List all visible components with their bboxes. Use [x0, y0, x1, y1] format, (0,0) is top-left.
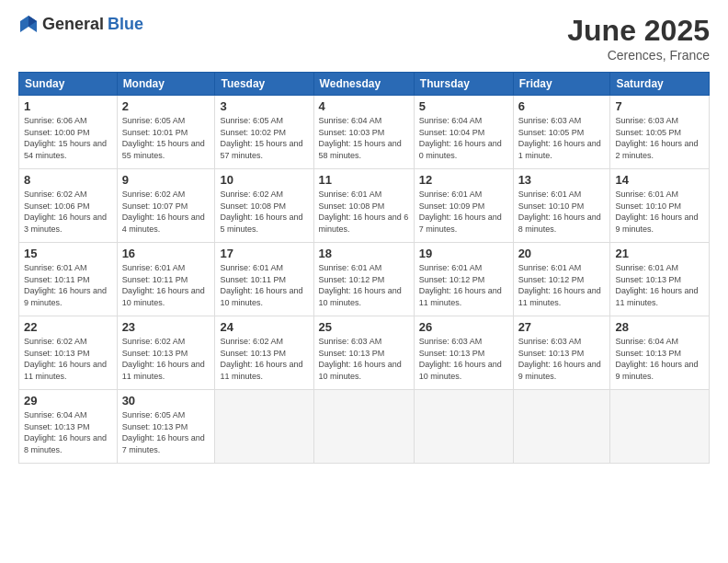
- day-info: Sunrise: 6:03 AMSunset: 10:13 PMDaylight…: [518, 337, 601, 381]
- calendar-cell: 2Sunrise: 6:05 AMSunset: 10:01 PMDayligh…: [117, 96, 215, 169]
- day-info: Sunrise: 6:02 AMSunset: 10:07 PMDaylight…: [122, 190, 205, 234]
- day-number: 10: [220, 173, 308, 187]
- header-friday: Friday: [513, 73, 610, 96]
- calendar-cell: [215, 390, 313, 464]
- header-tuesday: Tuesday: [215, 73, 313, 96]
- calendar-cell: 13Sunrise: 6:01 AMSunset: 10:10 PMDaylig…: [513, 169, 610, 243]
- day-number: 26: [419, 320, 508, 334]
- day-number: 9: [122, 173, 210, 187]
- calendar-cell: 18Sunrise: 6:01 AMSunset: 10:12 PMDaylig…: [313, 243, 414, 316]
- day-number: 22: [24, 320, 112, 334]
- day-info: Sunrise: 6:01 AMSunset: 10:11 PMDaylight…: [220, 263, 302, 307]
- calendar-cell: 9Sunrise: 6:02 AMSunset: 10:07 PMDayligh…: [117, 169, 215, 243]
- day-info: Sunrise: 6:06 AMSunset: 10:00 PMDaylight…: [24, 116, 107, 160]
- calendar-cell: 11Sunrise: 6:01 AMSunset: 10:08 PMDaylig…: [313, 169, 414, 243]
- logo: GeneralBlue: [18, 14, 143, 34]
- day-number: 20: [518, 247, 606, 260]
- calendar-cell: 8Sunrise: 6:02 AMSunset: 10:06 PMDayligh…: [19, 169, 118, 243]
- day-info: Sunrise: 6:05 AMSunset: 10:02 PMDaylight…: [220, 116, 302, 160]
- calendar-cell: 21Sunrise: 6:01 AMSunset: 10:13 PMDaylig…: [610, 243, 710, 316]
- day-number: 1: [24, 99, 112, 113]
- calendar-cell: 15Sunrise: 6:01 AMSunset: 10:11 PMDaylig…: [19, 243, 118, 316]
- day-info: Sunrise: 6:01 AMSunset: 10:10 PMDaylight…: [518, 190, 601, 234]
- header-sunday: Sunday: [19, 73, 118, 96]
- day-number: 30: [122, 394, 210, 408]
- calendar-cell: 5Sunrise: 6:04 AMSunset: 10:04 PMDayligh…: [414, 96, 513, 169]
- day-info: Sunrise: 6:01 AMSunset: 10:13 PMDaylight…: [615, 263, 698, 307]
- logo-general: General: [42, 15, 104, 34]
- day-info: Sunrise: 6:01 AMSunset: 10:12 PMDaylight…: [518, 263, 601, 307]
- week-row-4: 29Sunrise: 6:04 AMSunset: 10:13 PMDaylig…: [19, 390, 710, 464]
- logo-icon: [18, 14, 39, 34]
- header-thursday: Thursday: [414, 73, 513, 96]
- header-monday: Monday: [117, 73, 215, 96]
- day-number: 19: [419, 247, 508, 260]
- header: GeneralBlue June 2025 Cerences, France: [18, 14, 710, 63]
- calendar-cell: 26Sunrise: 6:03 AMSunset: 10:13 PMDaylig…: [414, 316, 513, 390]
- calendar-cell: 29Sunrise: 6:04 AMSunset: 10:13 PMDaylig…: [19, 390, 118, 464]
- day-info: Sunrise: 6:04 AMSunset: 10:03 PMDaylight…: [319, 116, 402, 160]
- calendar-cell: 28Sunrise: 6:04 AMSunset: 10:13 PMDaylig…: [610, 316, 710, 390]
- header-saturday: Saturday: [610, 73, 710, 96]
- week-row-0: 1Sunrise: 6:06 AMSunset: 10:00 PMDayligh…: [19, 96, 710, 169]
- calendar-header-row: Sunday Monday Tuesday Wednesday Thursday…: [19, 73, 710, 96]
- day-number: 2: [122, 99, 210, 113]
- day-info: Sunrise: 6:01 AMSunset: 10:08 PMDaylight…: [319, 190, 409, 234]
- day-number: 29: [24, 394, 112, 408]
- week-row-2: 15Sunrise: 6:01 AMSunset: 10:11 PMDaylig…: [19, 243, 710, 316]
- day-number: 3: [220, 99, 308, 113]
- title-location: Cerences, France: [567, 48, 710, 63]
- day-info: Sunrise: 6:02 AMSunset: 10:13 PMDaylight…: [122, 337, 205, 381]
- day-info: Sunrise: 6:03 AMSunset: 10:05 PMDaylight…: [518, 116, 601, 160]
- day-info: Sunrise: 6:03 AMSunset: 10:05 PMDaylight…: [615, 116, 698, 160]
- day-number: 23: [122, 320, 210, 334]
- calendar-table: Sunday Monday Tuesday Wednesday Thursday…: [18, 72, 710, 464]
- calendar-cell: 4Sunrise: 6:04 AMSunset: 10:03 PMDayligh…: [313, 96, 414, 169]
- day-info: Sunrise: 6:01 AMSunset: 10:11 PMDaylight…: [122, 263, 205, 307]
- day-info: Sunrise: 6:03 AMSunset: 10:13 PMDaylight…: [319, 337, 402, 381]
- calendar-cell: 19Sunrise: 6:01 AMSunset: 10:12 PMDaylig…: [414, 243, 513, 316]
- day-info: Sunrise: 6:03 AMSunset: 10:13 PMDaylight…: [419, 337, 502, 381]
- day-number: 6: [518, 99, 606, 113]
- calendar-cell: 17Sunrise: 6:01 AMSunset: 10:11 PMDaylig…: [215, 243, 313, 316]
- day-info: Sunrise: 6:05 AMSunset: 10:01 PMDaylight…: [122, 116, 205, 160]
- calendar-cell: 10Sunrise: 6:02 AMSunset: 10:08 PMDaylig…: [215, 169, 313, 243]
- logo-blue: Blue: [108, 15, 143, 34]
- calendar-cell: 25Sunrise: 6:03 AMSunset: 10:13 PMDaylig…: [313, 316, 414, 390]
- day-number: 27: [518, 320, 606, 334]
- week-row-3: 22Sunrise: 6:02 AMSunset: 10:13 PMDaylig…: [19, 316, 710, 390]
- title-month: June 2025: [567, 14, 710, 48]
- calendar-cell: 22Sunrise: 6:02 AMSunset: 10:13 PMDaylig…: [19, 316, 118, 390]
- calendar-cell: 3Sunrise: 6:05 AMSunset: 10:02 PMDayligh…: [215, 96, 313, 169]
- day-info: Sunrise: 6:01 AMSunset: 10:09 PMDaylight…: [419, 190, 502, 234]
- day-number: 11: [319, 173, 409, 187]
- day-number: 13: [518, 173, 606, 187]
- calendar-cell: 27Sunrise: 6:03 AMSunset: 10:13 PMDaylig…: [513, 316, 610, 390]
- day-number: 18: [319, 247, 409, 260]
- title-block: June 2025 Cerences, France: [567, 14, 710, 63]
- day-number: 7: [615, 99, 704, 113]
- calendar-cell: 1Sunrise: 6:06 AMSunset: 10:00 PMDayligh…: [19, 96, 118, 169]
- day-info: Sunrise: 6:01 AMSunset: 10:10 PMDaylight…: [615, 190, 698, 234]
- day-number: 17: [220, 247, 308, 260]
- day-number: 28: [615, 320, 704, 334]
- day-number: 14: [615, 173, 704, 187]
- calendar-cell: 30Sunrise: 6:05 AMSunset: 10:13 PMDaylig…: [117, 390, 215, 464]
- day-info: Sunrise: 6:02 AMSunset: 10:13 PMDaylight…: [24, 337, 107, 381]
- calendar-cell: 16Sunrise: 6:01 AMSunset: 10:11 PMDaylig…: [117, 243, 215, 316]
- page: GeneralBlue June 2025 Cerences, France S…: [0, 0, 728, 563]
- calendar-cell: 6Sunrise: 6:03 AMSunset: 10:05 PMDayligh…: [513, 96, 610, 169]
- day-info: Sunrise: 6:04 AMSunset: 10:13 PMDaylight…: [615, 337, 698, 381]
- header-wednesday: Wednesday: [313, 73, 414, 96]
- day-info: Sunrise: 6:01 AMSunset: 10:12 PMDaylight…: [319, 263, 402, 307]
- calendar-cell: [610, 390, 710, 464]
- calendar-cell: 20Sunrise: 6:01 AMSunset: 10:12 PMDaylig…: [513, 243, 610, 316]
- calendar-cell: 23Sunrise: 6:02 AMSunset: 10:13 PMDaylig…: [117, 316, 215, 390]
- day-number: 8: [24, 173, 112, 187]
- day-info: Sunrise: 6:02 AMSunset: 10:08 PMDaylight…: [220, 190, 302, 234]
- day-number: 15: [24, 247, 112, 260]
- calendar-cell: 12Sunrise: 6:01 AMSunset: 10:09 PMDaylig…: [414, 169, 513, 243]
- calendar-cell: [513, 390, 610, 464]
- day-number: 12: [419, 173, 508, 187]
- week-row-1: 8Sunrise: 6:02 AMSunset: 10:06 PMDayligh…: [19, 169, 710, 243]
